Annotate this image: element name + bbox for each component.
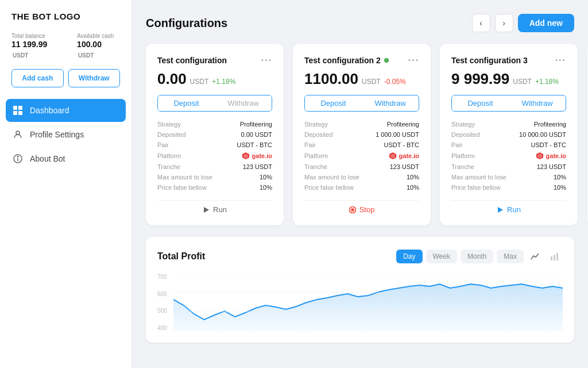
card2-platform-row: Platform gate.io <box>304 152 419 160</box>
card2-platform-value: gate.io <box>389 152 419 160</box>
total-balance-label: Total balance <box>11 33 65 39</box>
add-cash-button[interactable]: Add cash <box>11 69 64 87</box>
svg-rect-2 <box>13 111 17 115</box>
chart-y-labels: 700 600 500 400 <box>157 274 167 331</box>
card3-platform-value: gate.io <box>536 152 566 160</box>
card2-menu[interactable]: ··· <box>408 55 419 66</box>
card1-platform-row: Platform gate.io <box>157 152 272 160</box>
card1-currency: USDT <box>190 78 209 86</box>
svg-rect-0 <box>13 106 17 110</box>
card1-max-lose-row: Max amount to lose 10% <box>157 174 272 181</box>
time-day-button[interactable]: Day <box>396 250 422 263</box>
card1-platform-value: gate.io <box>242 152 272 160</box>
card1-action: Run <box>157 200 272 214</box>
card3-action: Run <box>451 200 566 214</box>
card1-withdraw-tab[interactable]: Withdraw <box>215 95 272 111</box>
card3-platform-row: Platform gate.io <box>451 152 566 160</box>
card1-amount-value: 0.00 <box>157 70 187 88</box>
sidebar-dashboard-label: Dashboard <box>30 106 69 115</box>
card2-max-lose-row: Max amount to lose 10% <box>304 174 419 181</box>
active-indicator <box>384 58 389 63</box>
svg-point-4 <box>16 131 20 135</box>
main-content: Configurations ‹ › Add new Test configur… <box>132 0 588 368</box>
card3-tabs: Deposit Withdraw <box>451 95 566 112</box>
card3-strategy-row: Strategy Profiteering <box>451 121 566 128</box>
sidebar: THE BOT LOGO Total balance 11 199.99 USD… <box>0 0 132 368</box>
profit-controls: Day Week Month Max <box>396 248 563 264</box>
card3-price-false-row: Price false bellow 10% <box>451 184 566 191</box>
total-profit-section: Total Profit Day Week Month Max <box>146 237 574 343</box>
card2-tranche-row: Tranche 123 USDT <box>304 163 419 170</box>
card1-deposit-tab[interactable]: Deposit <box>158 95 215 111</box>
y-label-700: 700 <box>157 274 167 280</box>
svg-rect-1 <box>18 106 22 110</box>
line-chart-icon-button[interactable] <box>527 248 543 264</box>
card1-strategy-row: Strategy Profiteering <box>157 121 272 128</box>
svg-point-7 <box>17 156 18 157</box>
card3-run-button[interactable]: Run <box>497 205 521 214</box>
card3-amount-value: 9 999.99 <box>451 70 509 88</box>
user-icon <box>13 129 23 140</box>
card1-run-button[interactable]: Run <box>203 205 227 214</box>
svg-rect-18 <box>551 256 552 260</box>
card3-deposited-row: Deposited 10 000.00 USDT <box>451 131 566 138</box>
card2-action: Stop <box>304 200 419 214</box>
card2-stop-button[interactable]: Stop <box>349 205 375 214</box>
card3-max-lose-row: Max amount to lose 10% <box>451 174 566 181</box>
card2-price-false-row: Price false bellow 10% <box>304 184 419 191</box>
prev-button[interactable]: ‹ <box>472 14 490 32</box>
card1-change: +1.18% <box>212 78 235 86</box>
sidebar-logo: THE BOT LOGO <box>0 12 131 33</box>
card3-pair-row: Pair USDT - BTC <box>451 141 566 148</box>
card3-amount: 9 999.99 USDT +1.18% <box>451 70 566 88</box>
time-month-button[interactable]: Month <box>461 250 493 263</box>
card1-menu[interactable]: ··· <box>261 55 272 66</box>
header-actions: ‹ › Add new <box>472 14 574 32</box>
card2-withdraw-tab[interactable]: Withdraw <box>362 95 419 111</box>
card2-title: Test configuration 2 <box>304 56 389 65</box>
sidebar-nav: Dashboard Profile Settings About Bot <box>0 99 131 170</box>
card1-tranche-row: Tranche 123 USDT <box>157 163 272 170</box>
profit-header: Total Profit Day Week Month Max <box>157 248 563 264</box>
svg-rect-3 <box>18 111 22 115</box>
card3-header: Test configuration 3 ··· <box>451 55 566 66</box>
config-card-3: Test configuration 3 ··· 9 999.99 USDT +… <box>440 44 578 225</box>
profit-chart-svg <box>173 274 563 331</box>
total-balance-item: Total balance 11 199.99 USDT <box>11 33 65 60</box>
card2-tabs: Deposit Withdraw <box>304 95 419 112</box>
sidebar-about-label: About Bot <box>30 154 65 163</box>
available-cash-label: Available cash <box>77 33 120 39</box>
card3-tranche-row: Tranche 123 USDT <box>451 163 566 170</box>
card1-deposited-row: Deposited 0.00 USDT <box>157 131 272 138</box>
card3-currency: USDT <box>513 78 532 86</box>
card3-withdraw-tab[interactable]: Withdraw <box>509 95 566 111</box>
card3-menu[interactable]: ··· <box>555 55 566 66</box>
grid-icon <box>13 105 23 116</box>
config-card-1: Test configuration ··· 0.00 USDT +1.18% … <box>146 44 284 225</box>
card3-details: Strategy Profiteering Deposited 10 000.0… <box>451 121 566 191</box>
add-new-button[interactable]: Add new <box>518 14 574 32</box>
card2-pair-row: Pair USDT - BTC <box>304 141 419 148</box>
sidebar-item-about[interactable]: About Bot <box>6 147 126 170</box>
y-label-500: 500 <box>157 308 167 314</box>
card1-title: Test configuration <box>157 56 227 65</box>
card2-strategy-row: Strategy Profiteering <box>304 121 419 128</box>
sidebar-item-dashboard[interactable]: Dashboard <box>6 99 126 122</box>
svg-rect-20 <box>556 253 558 260</box>
bar-chart-icon-button[interactable] <box>547 248 563 264</box>
sidebar-profile-label: Profile Settings <box>30 130 84 139</box>
page-title: Configurations <box>146 17 227 30</box>
sidebar-actions: Add cash Withdraw <box>0 69 131 99</box>
profit-title: Total Profit <box>157 251 205 262</box>
withdraw-button[interactable]: Withdraw <box>68 69 121 87</box>
card1-tabs: Deposit Withdraw <box>157 95 272 112</box>
next-button[interactable]: › <box>495 14 513 32</box>
svg-marker-17 <box>498 207 503 213</box>
sidebar-item-profile[interactable]: Profile Settings <box>6 123 126 146</box>
card3-deposit-tab[interactable]: Deposit <box>452 95 509 111</box>
card3-title: Test configuration 3 <box>451 56 528 65</box>
available-cash-item: Available cash 100.00 USDT <box>77 33 120 60</box>
time-max-button[interactable]: Max <box>497 250 524 263</box>
time-week-button[interactable]: Week <box>426 250 457 263</box>
card2-deposit-tab[interactable]: Deposit <box>305 95 362 111</box>
